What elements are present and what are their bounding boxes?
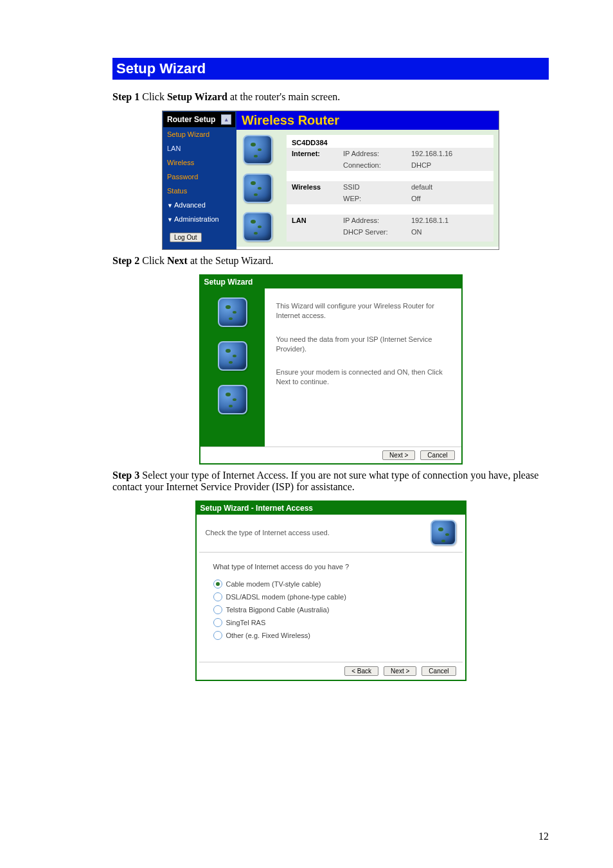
step-1-label: Step 1 [112,91,139,102]
radio-icon [213,580,222,589]
router-screenshot: Router Setup ▴ Setup Wizard LAN Wireless… [162,111,499,250]
step-1-suffix: at the router's main screen. [227,91,340,102]
row-wireless-v2: Off [406,193,493,204]
step-3-text: Select your type of Internet Access. If … [112,470,538,492]
nav-status[interactable]: Status [163,184,235,198]
scroll-up-icon[interactable]: ▴ [221,114,231,125]
option-telstra-label: Telstra Bigpond Cable (Australia) [226,606,330,614]
step-1: Step 1 Click Setup Wizard at the router'… [112,91,549,103]
step-3-label: Step 3 [112,470,139,481]
access-back-button[interactable]: < Back [344,666,378,676]
step-3: Step 3 Select your type of Internet Acce… [112,470,549,493]
row-internet-v1: 192.168.1.16 [406,148,493,159]
access-screenshot: Setup Wizard - Internet Access Check the… [195,500,466,681]
nav-advanced[interactable]: ▼Advanced [163,198,235,212]
globe-icon [243,173,272,203]
access-cancel-button[interactable]: Cancel [422,666,456,676]
row-internet-k1: IP Address: [338,148,406,159]
radio-icon [213,631,222,640]
wizard-p3: Ensure your modem is connected and ON, t… [276,368,450,387]
globe-icon [243,135,272,164]
wizard-p1: This Wizard will configure your Wireless… [276,301,450,321]
logout-button[interactable]: Log Out [170,233,202,242]
option-other-label: Other (e.g. Fixed Wireless) [226,632,310,639]
wizard-cancel-button[interactable]: Cancel [420,450,454,460]
status-table: Internet:IP Address:192.168.1.16 Connect… [287,148,493,238]
wizard-p2: You need the data from your ISP (Interne… [276,335,450,354]
globe-icon [218,297,247,327]
globe-icon [218,385,247,414]
access-question: What type of Internet access do you have… [213,563,449,571]
radio-icon [213,605,222,614]
step-1-bold: Setup Wizard [167,91,227,102]
step-2-mid: Click [139,255,167,266]
option-dsl-label: DSL/ADSL modem (phone-type cable) [226,593,346,601]
main-title: Wireless Router [236,111,499,130]
row-wireless-v1: default [406,181,493,193]
page-number: 12 [538,831,549,842]
globe-icon [431,520,456,545]
row-lan-head: LAN [287,215,338,226]
row-wireless-head: Wireless [287,181,338,193]
section-title: Setup Wizard [112,58,549,80]
radio-icon [213,618,222,627]
option-singtel[interactable]: SingTel RAS [213,618,449,627]
radio-icon [213,592,222,601]
wizard-next-button[interactable]: Next > [382,450,415,460]
row-internet-head: Internet: [287,148,338,159]
device-id: SC4DD384 [287,135,493,148]
sidebar-title-text: Router Setup [167,115,215,124]
nav-lan[interactable]: LAN [163,141,235,155]
row-lan-v2: ON [406,226,493,238]
step-2: Step 2 Click Next at the Setup Wizard. [112,255,549,267]
step-2-bold: Next [167,255,188,266]
step-2-suffix: at the Setup Wizard. [188,255,274,266]
access-head: Setup Wizard - Internet Access [197,502,465,515]
nav-password[interactable]: Password [163,170,235,184]
row-internet-k2: Connection: [338,159,406,171]
row-wireless-k1: SSID [338,181,406,193]
row-lan-k2: DHCP Server: [338,226,406,238]
row-wireless-k2: WEP: [338,193,406,204]
nav-advanced-label: Advanced [174,201,206,209]
option-telstra[interactable]: Telstra Bigpond Cable (Australia) [213,605,449,614]
step-2-label: Step 2 [112,255,139,266]
chevron-down-icon: ▼ [167,202,173,209]
option-dsl[interactable]: DSL/ADSL modem (phone-type cable) [213,592,449,601]
globe-icon [218,341,247,371]
option-singtel-label: SingTel RAS [226,619,266,626]
chevron-down-icon: ▼ [167,217,173,223]
option-other[interactable]: Other (e.g. Fixed Wireless) [213,631,449,640]
globe-icon [243,212,272,242]
step-1-mid: Click [139,91,167,102]
nav-administration[interactable]: ▼Administration [163,212,235,226]
nav-setup-wizard[interactable]: Setup Wizard [163,127,235,141]
access-next-button[interactable]: Next > [384,666,416,676]
access-check-text: Check the type of Internet access used. [206,529,330,536]
wizard-screenshot: Setup Wizard This Wizard will configure … [199,274,463,465]
option-cable-label: Cable modem (TV-style cable) [226,580,321,588]
wizard-head: Setup Wizard [200,276,461,288]
nav-admin-label: Administration [174,215,219,223]
row-internet-v2: DHCP [406,159,493,171]
row-lan-k1: IP Address: [338,215,406,226]
option-cable[interactable]: Cable modem (TV-style cable) [213,580,449,589]
row-lan-v1: 192.168.1.1 [406,215,493,226]
sidebar-title: Router Setup ▴ [163,112,235,127]
nav-wireless[interactable]: Wireless [163,155,235,170]
